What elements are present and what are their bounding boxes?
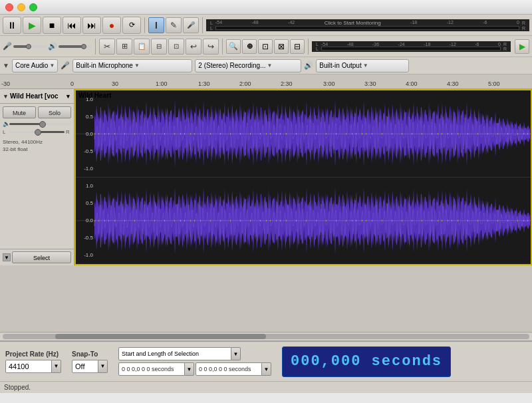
loop-button[interactable]: ⟳	[122, 17, 141, 34]
recording-mode-label: 2 (Stereo) Recording...	[198, 62, 265, 69]
input-device-arrow: ▼	[134, 63, 140, 68]
sel-end-input[interactable]: 0 0 0,0 0 0 seconds	[196, 362, 262, 376]
project-rate-arrow[interactable]: ▼	[52, 360, 61, 373]
silence-button[interactable]: ⊡	[168, 39, 184, 55]
speaker-icon: 🔊	[48, 42, 57, 51]
trim-button[interactable]: ⊟	[151, 39, 167, 55]
scissors-button[interactable]: ✂	[99, 39, 115, 55]
volume-slider[interactable]	[9, 123, 71, 125]
mic-icon: 🎤	[187, 21, 195, 29]
sep5	[308, 39, 309, 55]
output-device-select[interactable]: Built-in Output ▼	[316, 59, 409, 72]
waveform-display[interactable]: Wild Heart 1.0 0.5 0.0 -0.5 -1.0 1.0 0.5…	[74, 89, 532, 265]
zoom-sel-button[interactable]: ⊠	[274, 39, 289, 54]
redo-icon: ↪	[207, 42, 214, 51]
zoom-in-button[interactable]: ⊕	[242, 39, 257, 54]
cursor-icon: I	[155, 20, 158, 31]
horizontal-scrollbar[interactable]	[0, 332, 532, 341]
ruler-30: 30	[112, 80, 118, 87]
device-row: ▼ Core Audio ▼ 🎤 Built-in Microphone ▼ 2…	[0, 57, 532, 74]
waveform-wrapper: ▼ Wild Heart [voc ▼ Mute Solo 🔈 L	[0, 89, 532, 265]
mute-solo-row: Mute Solo	[3, 106, 71, 118]
volume-knob[interactable]	[39, 121, 46, 128]
zoom-fit-button[interactable]: ⊡	[258, 39, 273, 54]
solo-button[interactable]: Solo	[38, 106, 71, 118]
track-menu-icon[interactable]: ▼	[65, 93, 71, 100]
snap-to-wrap: Off ▼	[72, 360, 108, 373]
select-tool-button[interactable]: I	[148, 17, 164, 33]
output-device-label: Built-in Output	[319, 62, 361, 69]
project-rate-label: Project Rate (Hz)	[5, 350, 61, 358]
pan-knob[interactable]	[35, 129, 41, 136]
snap-to-label: Snap-To	[72, 350, 108, 358]
close-button[interactable]	[5, 3, 13, 11]
sel-start-input[interactable]: 0 0 0,0 0 0 seconds	[118, 362, 185, 376]
project-rate-input-wrap: 44100 ▼	[5, 360, 61, 373]
mic-small-icon: 🎤	[3, 42, 12, 51]
selection-section: Start and Length of Selection ▼ 0 0 0,0 …	[118, 347, 271, 376]
waveform-canvas[interactable]	[76, 90, 531, 264]
selection-mode-arrow[interactable]: ▼	[231, 347, 241, 360]
meter-scale-neg18: -18	[410, 20, 417, 26]
audio-host-arrow: ▼	[49, 63, 55, 68]
silence-icon: ⊡	[174, 43, 179, 50]
recording-mode-select[interactable]: 2 (Stereo) Recording... ▼	[195, 59, 301, 72]
ruler-200: 2:00	[239, 80, 251, 87]
meter-scale-neg6: -6	[483, 20, 487, 26]
track-collapse-button[interactable]: ▼	[3, 253, 11, 261]
snap-off-input[interactable]: Off	[72, 360, 98, 373]
undo-button[interactable]: ↩	[186, 39, 201, 55]
mute-button[interactable]: Mute	[3, 106, 36, 118]
project-rate-input[interactable]: 44100	[5, 360, 52, 373]
big-time-display: 000,000 seconds	[282, 346, 451, 377]
minimize-button[interactable]	[17, 3, 25, 11]
input-collapse-icon[interactable]: ▼	[3, 62, 9, 69]
copy-button[interactable]: ⊞	[116, 39, 132, 55]
meter-scale-neg42: -42	[288, 20, 295, 26]
play-button[interactable]: ▶	[23, 17, 41, 34]
output-device-arrow: ▼	[363, 63, 368, 68]
play-region-button[interactable]: ▶	[515, 39, 529, 54]
next-button[interactable]: ⏭	[82, 17, 101, 34]
scrollbar-track[interactable]	[3, 334, 529, 339]
zoom-tools-group: 🔍 ⊕ ⊡ ⊠ ⊟	[226, 39, 305, 54]
toolbar-area: ⏸ ▶ ■ ⏮ ⏭ ● ⟳ I	[0, 15, 532, 74]
prev-button[interactable]: ⏮	[63, 17, 81, 34]
paste-button[interactable]: 📋	[134, 39, 150, 55]
sel-start-arrow[interactable]: ▼	[185, 362, 194, 376]
mic-tool-button[interactable]: 🎤	[183, 17, 199, 33]
scissors-icon: ✂	[104, 42, 110, 51]
stop-button[interactable]: ■	[43, 17, 61, 34]
snap-to-section: Snap-To Off ▼	[72, 350, 108, 373]
zoom-reset-button[interactable]: ⊟	[290, 39, 305, 54]
audio-host-select[interactable]: Core Audio ▼	[12, 59, 58, 72]
zoom-out-button[interactable]: 🔍	[226, 39, 241, 54]
status-bar: Stopped.	[0, 381, 532, 393]
track-panel: ▼ Wild Heart [voc ▼ Mute Solo 🔈 L	[0, 89, 74, 265]
pan-slider[interactable]	[9, 131, 65, 133]
pan-label: L	[3, 129, 8, 135]
stop-icon: ■	[49, 20, 55, 31]
sel-start-wrap: 0 0 0,0 0 0 seconds ▼	[118, 362, 194, 376]
big-time-text: 000,000 seconds	[291, 353, 442, 370]
scrollbar-thumb[interactable]	[55, 334, 266, 339]
track-select-button[interactable]: Select	[12, 251, 71, 263]
pause-button[interactable]: ⏸	[3, 17, 21, 34]
monitor-label[interactable]: Click to Start Monitoring	[325, 20, 381, 26]
pencil-tool-button[interactable]: ✎	[166, 17, 182, 33]
track-name: Wild Heart [voc	[10, 92, 64, 100]
snap-to-arrow[interactable]: ▼	[98, 360, 108, 373]
redo-button[interactable]: ↪	[203, 39, 219, 55]
track-bottom-controls: ▼ Select	[0, 249, 74, 265]
timeline-ruler[interactable]: -30 0 30 1:00 1:30 2:00 2:30 3:00 3:30 4…	[0, 74, 532, 89]
record-button[interactable]: ●	[102, 17, 121, 34]
zoom-sel-icon: ⊠	[278, 42, 285, 51]
maximize-button[interactable]	[29, 3, 37, 11]
ruler-0: 0	[70, 80, 74, 87]
track-collapse-icon[interactable]: ▼	[3, 93, 9, 100]
pan-r-label: R	[66, 129, 71, 135]
sel-end-arrow[interactable]: ▼	[262, 362, 271, 376]
selection-mode-label[interactable]: Start and Length of Selection	[118, 347, 231, 360]
ruler-300: 3:00	[323, 80, 335, 87]
input-device-select[interactable]: Built-in Microphone ▼	[72, 59, 192, 72]
